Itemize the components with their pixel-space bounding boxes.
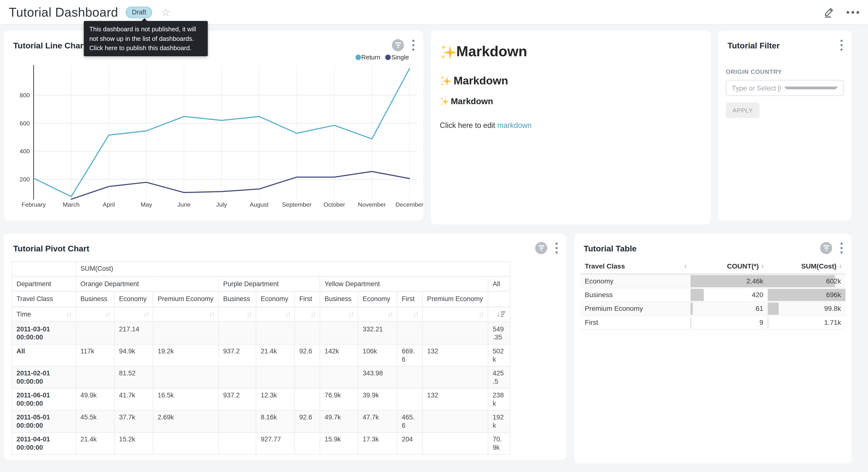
pivot-cell <box>423 366 488 388</box>
pivot-chart-menu-icon[interactable] <box>555 241 559 255</box>
pivot-cell <box>153 366 218 388</box>
pivot-row-label: 2011-05-01 00:00:00 <box>12 410 75 432</box>
edit-dashboard-button[interactable] <box>823 7 834 18</box>
x-axis-tick: October <box>323 201 345 208</box>
table-cell: 99.8k <box>768 302 845 316</box>
table-panel-menu-icon[interactable] <box>839 241 844 255</box>
cross-filter-icon[interactable] <box>820 242 832 254</box>
pivot-cell: 502k <box>488 344 510 366</box>
table-cell: 420 <box>690 288 768 302</box>
pivot-row: 2011-06-01 00:00:0049.9k41.7k16.5k937.21… <box>12 388 510 410</box>
pivot-sort-cell: ↓↑ <box>294 306 320 322</box>
cross-filter-icon[interactable] <box>535 242 548 254</box>
pivot-dim-travel-class: Travel Class <box>12 291 75 306</box>
pivot-row-label: 2011-02-01 00:00:00 <box>12 366 75 388</box>
sort-icon[interactable]: ↓↑ <box>66 310 71 318</box>
sort-icon[interactable]: ↓↑ <box>348 310 353 318</box>
line-chart-panel: Tutorial Line Chart Return Single 200400… <box>4 31 423 220</box>
pivot-cell <box>423 322 488 344</box>
pivot-cell <box>423 432 488 454</box>
pivot-cell: 117k <box>76 344 115 366</box>
pivot-cell: 17.3k <box>358 432 397 454</box>
sort-icon[interactable]: ▴▾ <box>684 264 686 269</box>
pivot-group-header: Yellow Department <box>320 276 488 291</box>
pivot-cell: 937.2 <box>219 388 256 410</box>
y-axis-tick: 800 <box>20 92 30 98</box>
origin-country-select[interactable]: Type or Select [Origin Country] <box>726 80 844 96</box>
pivot-class-header: First <box>397 291 423 306</box>
pivot-cell: 45.5k <box>76 410 115 432</box>
table-cell: 696k <box>768 288 845 302</box>
sort-desc-icon[interactable]: ↓ <box>497 310 505 317</box>
sort-icon[interactable]: ↓↑ <box>209 310 214 318</box>
single-series-line <box>71 171 409 199</box>
sort-icon[interactable]: ↓↑ <box>246 310 251 318</box>
draft-badge[interactable]: Draft <box>126 6 152 18</box>
pivot-cell <box>397 322 423 344</box>
favorite-star-icon[interactable]: ☆ <box>161 7 170 18</box>
sort-icon[interactable]: ↓↑ <box>413 310 417 318</box>
filter-panel-menu-icon[interactable] <box>839 39 844 52</box>
page-title: Tutorial Dashboard <box>9 5 118 20</box>
pivot-cell: 41.7k <box>115 388 153 410</box>
sort-icon[interactable]: ↓↑ <box>105 310 110 318</box>
more-actions-button[interactable] <box>846 11 859 13</box>
table-header-count-[interactable]: COUNT(*)▴▾ <box>690 259 768 274</box>
table-header-travel-class[interactable]: Travel Class▴▾ <box>580 259 690 274</box>
pivot-cell <box>219 366 256 388</box>
sort-icon[interactable]: ▴▾ <box>762 264 763 269</box>
pivot-cell: 8.16k <box>256 410 294 432</box>
sort-icon[interactable]: ↓↑ <box>478 310 483 318</box>
pivot-time-header: Time↓↑ <box>12 306 75 322</box>
table-row[interactable]: Premium Economy6199.8k <box>580 302 845 316</box>
sort-icon[interactable]: ↓↑ <box>310 310 315 318</box>
markdown-footer: Click here to edit markdown <box>440 121 702 129</box>
pivot-cell: 70.9k <box>488 432 510 454</box>
filter-panel: Tutorial Filter ORIGIN COUNTRY Type or S… <box>718 31 851 220</box>
pivot-row: 2011-03-01 00:00:00217.14332.21549.35 <box>12 322 510 344</box>
pivot-class-header: Economy <box>115 291 153 306</box>
pivot-cell <box>294 366 320 388</box>
pivot-class-header: Business <box>320 291 358 306</box>
table-header-sum-cost-[interactable]: SUM(Cost)▴▾ <box>768 259 845 274</box>
origin-country-placeholder: Type or Select [Origin Country] <box>732 84 781 92</box>
table-cell: 602k <box>768 274 845 288</box>
apply-button[interactable]: APPLY <box>726 102 760 118</box>
markdown-h3: Markdown <box>440 96 702 107</box>
cell-bar <box>690 302 692 315</box>
pivot-cell <box>294 388 320 410</box>
pivot-cell: 21.4k <box>256 344 294 366</box>
pivot-row: 2011-05-01 00:00:0045.5k37.7k2.69k8.16k9… <box>12 410 510 432</box>
pivot-cell: 92.6 <box>294 410 320 432</box>
pivot-class-header: Business <box>76 291 115 306</box>
table-row[interactable]: Business420696k <box>580 288 845 302</box>
pivot-sort-cell: ↓↑ <box>219 306 256 322</box>
pivot-class-header: Economy <box>358 291 397 306</box>
pivot-class-header: First <box>294 291 320 306</box>
pivot-cell <box>219 410 256 432</box>
pivot-row: 2011-04-01 00:00:0021.4k15.2k927.7715.9k… <box>12 432 510 454</box>
table-cell: First <box>580 316 690 329</box>
pivot-cell: 2.69k <box>153 410 218 432</box>
sort-icon[interactable]: ▴▾ <box>839 264 841 269</box>
markdown-panel: Markdown Markdown Markdown Click here to… <box>431 31 711 224</box>
table-row[interactable]: Economy2.46k602k <box>580 274 845 288</box>
sort-icon[interactable]: ↓↑ <box>143 310 148 318</box>
sort-icon[interactable]: ↓↑ <box>285 310 290 318</box>
table-panel: Tutorial Table Travel Class▴▾COUNT(*)▴▾S… <box>575 234 851 464</box>
pivot-cell: 49.7k <box>320 410 358 432</box>
markdown-edit-link[interactable]: markdown <box>497 121 532 129</box>
table-cell: 9 <box>690 316 768 329</box>
pivot-sort-cell: ↓↑ <box>423 306 488 322</box>
pivot-cell: 106k <box>358 344 397 366</box>
pivot-cell: 12.3k <box>256 388 294 410</box>
table-row[interactable]: First91.71k <box>580 316 845 329</box>
pivot-corner-cell <box>12 262 75 276</box>
pivot-cell <box>256 366 294 388</box>
pivot-row-label: 2011-06-01 00:00:00 <box>12 388 75 410</box>
markdown-h2: Markdown <box>440 75 702 87</box>
pivot-cell: 21.4k <box>76 432 115 454</box>
pivot-row-label: 2011-03-01 00:00:00 <box>12 322 75 344</box>
publish-tooltip: This dashboard is not published, it will… <box>84 21 208 57</box>
sort-icon[interactable]: ↓↑ <box>388 310 393 318</box>
